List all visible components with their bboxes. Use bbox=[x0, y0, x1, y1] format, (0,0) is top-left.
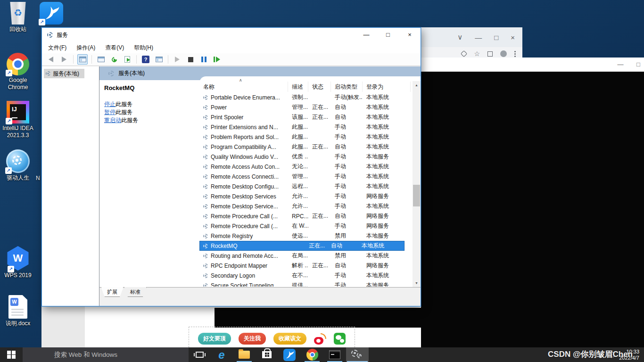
desktop-icon-chrome[interactable]: ↗ Google Chrome bbox=[0, 53, 36, 91]
pause-service-button[interactable] bbox=[198, 54, 209, 65]
service-row[interactable]: RPC Endpoint Mapper解析 ...正在...自动网络服务 bbox=[199, 261, 413, 271]
profile-avatar[interactable] bbox=[500, 50, 507, 57]
menu-view[interactable]: 查看(V) bbox=[105, 44, 124, 52]
tab-standard[interactable]: 标准 bbox=[124, 287, 147, 297]
maximize-button[interactable]: □ bbox=[377, 28, 399, 42]
close-button[interactable]: × bbox=[399, 28, 421, 42]
refresh-button[interactable] bbox=[109, 54, 119, 65]
menu-action[interactable]: 操作(A) bbox=[76, 44, 95, 52]
service-row[interactable]: Program Compatibility A...此服...正在...自动本地… bbox=[199, 142, 413, 152]
service-row[interactable]: Secure Socket Tunneling提供...手动本地服务 bbox=[199, 280, 413, 287]
scroll-down-button[interactable]: ▼ bbox=[413, 279, 421, 287]
taskbar-store[interactable] bbox=[256, 347, 278, 362]
edge-icon: e bbox=[218, 349, 224, 361]
service-row[interactable]: Remote Access Auto Con...无论...手动本地系统 bbox=[199, 162, 413, 172]
help-button[interactable]: ? bbox=[140, 54, 151, 65]
taskbar-chrome[interactable] bbox=[301, 347, 323, 362]
weibo-icon[interactable] bbox=[314, 333, 326, 345]
service-row[interactable]: RocketMQ正在...自动本地系统 bbox=[199, 241, 405, 251]
forward-button[interactable] bbox=[59, 54, 69, 65]
menu-file[interactable]: 文件(F) bbox=[48, 44, 66, 52]
service-row[interactable]: Print Spooler该服...正在...自动本地系统 bbox=[199, 112, 413, 122]
chrome-dropdown-icon[interactable]: ∨ bbox=[457, 33, 462, 41]
tab-extended[interactable]: 扩展 bbox=[101, 287, 124, 297]
service-row[interactable]: Remote Desktop Services允许...手动网络服务 bbox=[199, 191, 413, 201]
taskbar-thunder[interactable] bbox=[278, 347, 301, 362]
service-row[interactable]: Remote Procedure Call (...RPC...正在...自动网… bbox=[199, 211, 413, 221]
stop-service-button[interactable] bbox=[185, 54, 196, 65]
favorite-button[interactable]: 收藏该文 bbox=[273, 333, 306, 345]
pane-header-gear-icon bbox=[108, 71, 114, 76]
column-header-name[interactable]: 名称 bbox=[199, 82, 288, 92]
service-row[interactable]: Remote Desktop Configu...远程...手动本地系统 bbox=[199, 181, 413, 191]
scrollbar-thumb[interactable] bbox=[413, 185, 420, 206]
start-button[interactable] bbox=[0, 347, 23, 362]
taskbar-cmd[interactable] bbox=[323, 347, 346, 362]
column-header-status[interactable]: 状态 bbox=[308, 82, 331, 92]
show-console-tree-button[interactable] bbox=[77, 54, 88, 65]
back-button[interactable] bbox=[46, 54, 56, 65]
service-row[interactable]: Secondary Logon在不...手动本地系统 bbox=[199, 271, 413, 280]
taskbar-clock[interactable]: 10:33 2022/4/7 bbox=[619, 349, 639, 361]
digg-button[interactable]: 好文要顶 bbox=[198, 333, 231, 345]
tray-expand-icon[interactable]: ∧ bbox=[599, 352, 603, 358]
share-icon[interactable] bbox=[461, 50, 467, 57]
start-service-button[interactable] bbox=[172, 54, 182, 65]
taskbar-services[interactable] bbox=[346, 347, 369, 362]
extensions-icon[interactable] bbox=[487, 51, 493, 57]
service-name: Program Compatibility A... bbox=[211, 144, 276, 150]
follow-button[interactable]: 关注我 bbox=[239, 333, 266, 345]
icon-label: Google Chrome bbox=[0, 77, 36, 91]
console-maximize-button[interactable]: □ bbox=[631, 58, 644, 72]
restart-service-link[interactable]: 重启动 bbox=[104, 117, 121, 123]
service-gear-icon bbox=[203, 224, 208, 229]
show-action-pane-button[interactable] bbox=[154, 54, 164, 65]
chrome-minimize-button[interactable]: — bbox=[475, 33, 482, 41]
column-header-logon-as[interactable]: 登录为 bbox=[363, 82, 411, 92]
minimize-button[interactable]: — bbox=[355, 28, 377, 42]
service-row[interactable]: Problem Reports and Sol...此服...手动本地系统 bbox=[199, 132, 413, 142]
tree-item-services-local[interactable]: 服务(本地) bbox=[44, 69, 84, 78]
desktop-icon-driver-genius[interactable]: ↗ 驱动人生 bbox=[0, 149, 36, 181]
restart-service-button[interactable] bbox=[212, 54, 222, 65]
column-header-description[interactable]: 描述 bbox=[288, 82, 308, 92]
desktop-icon-intellij-idea[interactable]: IJ ↗ IntelliJ IDEA 2021.3.3 bbox=[0, 101, 36, 139]
menu-help[interactable]: 帮助(H) bbox=[134, 44, 153, 52]
desktop-icon-wps[interactable]: W ↗ WPS 2019 bbox=[0, 246, 36, 279]
bookmark-star-icon[interactable]: ☆ bbox=[474, 50, 480, 57]
wechat-icon[interactable] bbox=[334, 333, 346, 345]
export-list-button[interactable] bbox=[122, 54, 132, 65]
stop-service-link[interactable]: 停止 bbox=[104, 101, 116, 107]
service-row[interactable]: Routing and Remote Acc...在局...禁用本地系统 bbox=[199, 251, 413, 261]
service-name: Remote Procedure Call (... bbox=[211, 223, 278, 230]
properties-button[interactable] bbox=[96, 54, 106, 65]
service-row[interactable]: Printer Extensions and N...此服...手动本地系统 bbox=[199, 122, 413, 132]
chrome-menu-icon[interactable] bbox=[514, 51, 516, 57]
chrome-close-button[interactable]: × bbox=[511, 33, 515, 41]
desktop-icon-recycle-bin[interactable]: ♻ 回收站 bbox=[0, 2, 36, 33]
taskbar-edge[interactable]: e bbox=[210, 347, 233, 362]
taskbar-search-box[interactable]: 搜索 Web 和 Windows bbox=[23, 347, 189, 362]
services-window: 服务 — □ × 文件(F) 操作(A) 查看(V) 帮助(H) ? bbox=[41, 27, 421, 306]
desktop-icon-thunder[interactable]: ↗ bbox=[39, 2, 64, 25]
column-header-startup-type[interactable]: 启动类型 bbox=[331, 82, 363, 92]
service-row[interactable]: Power管理...正在...自动本地系统 bbox=[199, 102, 413, 112]
service-row[interactable]: Portable Device Enumera...强制...手动(触发...本… bbox=[199, 92, 413, 102]
service-row[interactable]: Remote Registry使远...禁用本地服务 bbox=[199, 231, 413, 241]
vertical-scrollbar[interactable]: ▲ ▼ bbox=[413, 81, 421, 287]
icon-label: IntelliJ IDEA 2021.3.3 bbox=[0, 125, 36, 139]
input-indicator-icon[interactable] bbox=[608, 352, 614, 357]
service-row[interactable]: Remote Desktop Service...允许...手动本地系统 bbox=[199, 201, 413, 211]
service-row[interactable]: Quality Windows Audio V...优质 ...手动本地服务 bbox=[199, 152, 413, 162]
chrome-maximize-button[interactable]: □ bbox=[494, 33, 498, 41]
scroll-up-button[interactable]: ▲ bbox=[413, 81, 421, 89]
task-view-button[interactable] bbox=[189, 347, 210, 362]
pause-service-link[interactable]: 暂停 bbox=[104, 109, 116, 115]
service-row[interactable]: Remote Procedure Call (...在 W...手动网络服务 bbox=[199, 221, 413, 231]
service-gear-icon bbox=[203, 115, 208, 120]
desktop-icon-doc[interactable]: W 说明.docx bbox=[0, 295, 36, 327]
taskbar-file-explorer[interactable] bbox=[233, 347, 256, 362]
console-minimize-button[interactable]: — bbox=[613, 58, 627, 72]
service-row[interactable]: Remote Access Connecti...管理...手动本地系统 bbox=[199, 172, 413, 181]
services-titlebar[interactable]: 服务 — □ × bbox=[42, 28, 421, 42]
